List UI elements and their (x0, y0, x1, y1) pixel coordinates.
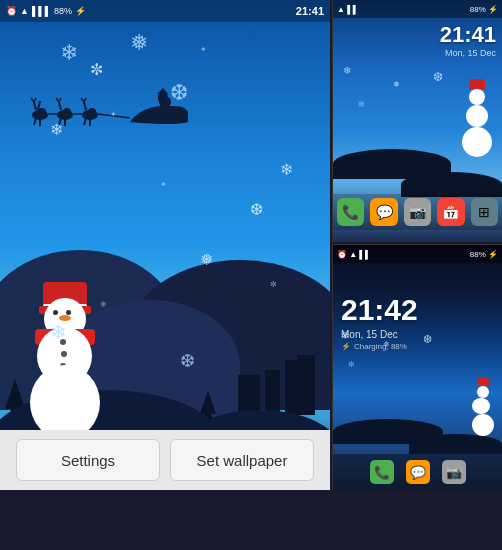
charging-icon: ⚡ (75, 6, 86, 16)
settings-button[interactable]: Settings (16, 439, 160, 481)
snowflake-8: ❄ (280, 160, 293, 179)
preview-home-time: 21:41 (333, 18, 502, 48)
svg-line-9 (59, 102, 61, 110)
main-preview: ⏰ ▲ ▌▌▌ 88% ⚡ 21:41 (0, 0, 330, 490)
svg-line-12 (59, 118, 61, 125)
snowman-body-bottom (30, 365, 100, 440)
phone-preview-lock: ⏰ ▲ ▌▌ 88% ⚡ 21:42 Mon, 15 Dec ⚡ Chargin… (332, 244, 502, 490)
mini-head (469, 89, 485, 105)
lock-snowflake-1: ❄ (341, 330, 349, 341)
battery-text: 88% (54, 6, 72, 16)
building-2 (265, 370, 280, 415)
svg-line-5 (34, 118, 36, 125)
lock-snowflake-4: ✼ (348, 360, 355, 369)
preview-status-battery-2: 88% ⚡ (470, 250, 498, 259)
building-3 (297, 355, 315, 415)
lock-mini-snowman (472, 378, 494, 436)
svg-point-21 (88, 108, 96, 116)
snowflake-11: ✦ (160, 180, 167, 189)
snowman-nose (59, 315, 71, 321)
lock-snowflake-3: ❆ (423, 333, 432, 346)
button-bar: Settings Set wallpaper (0, 430, 330, 490)
snowflake-9: ✦ (200, 45, 207, 54)
svg-line-11 (59, 98, 61, 102)
snowman-eye-left (53, 310, 58, 315)
signal-icon: ▌▌▌ (32, 6, 51, 16)
app-container: ⏰ ▲ ▌▌▌ 88% ⚡ 21:41 (0, 0, 502, 550)
right-panel: ▲ ▌▌ 88% ⚡ 21:41 Mon, 15 Dec ❄ ❅ ❆ ✼ (332, 0, 502, 490)
snowflake-1: ❄ (60, 40, 78, 66)
lock-snow-scene: ❄ ❅ ❆ ✼ (333, 325, 502, 454)
preview-snowflake-1: ❄ (343, 65, 351, 76)
snowflake-4: ✼ (90, 60, 103, 79)
mini-body-b (462, 127, 492, 157)
preview-snowflake-4: ✼ (358, 100, 365, 109)
svg-line-16 (84, 102, 86, 110)
dock-messages: 💬 (406, 460, 430, 484)
svg-point-14 (63, 108, 71, 116)
dock-phone: 📞 (370, 460, 394, 484)
svg-line-2 (38, 101, 40, 110)
app-icon-calendar: 📅 (437, 198, 464, 226)
santa-sleigh-area (20, 80, 200, 139)
preview-snowflake-3: ❆ (433, 70, 443, 84)
snowman-button-1 (60, 339, 66, 345)
santa-sleigh-svg (20, 80, 200, 135)
app-icon-phone: 📞 (337, 198, 364, 226)
status-icons-left: ⏰ ▲ ▌▌▌ 88% ⚡ (6, 6, 86, 16)
app-icon-messages: 💬 (370, 198, 397, 226)
status-time: 21:41 (296, 5, 324, 17)
dock-camera: 📷 (442, 460, 466, 484)
preview-status-2: ⏰ ▲ ▌▌ 88% ⚡ (333, 245, 502, 263)
svg-line-18 (84, 98, 86, 102)
phone-preview-home: ▲ ▌▌ 88% ⚡ 21:41 Mon, 15 Dec ❄ ❅ ❆ ✼ (332, 0, 502, 242)
snow-scene: ❄ ❆ ❅ ✼ ❄ ❆ ❅ ❄ ✦ ✦ ✦ ❄ ✼ ❆ ❄ (0, 0, 330, 490)
snowflake-3: ❅ (130, 30, 148, 56)
lock-screen-time: 21:42 (333, 263, 502, 327)
preview-home-date: Mon, 15 Dec (333, 48, 502, 58)
snowman-button-2 (61, 351, 67, 357)
mini-snowman (462, 79, 492, 157)
snowman (30, 365, 100, 440)
snowflake-6: ❆ (250, 200, 263, 219)
preview-status-1: ▲ ▌▌ 88% ⚡ (333, 0, 502, 18)
app-icon-camera: 📷 (404, 198, 431, 226)
svg-rect-26 (158, 94, 168, 102)
mini-body-m (466, 105, 488, 127)
bottom-dock: 📞 💬 📷 (333, 454, 502, 490)
preview-snow-scene: ❄ ❅ ❆ ✼ (333, 60, 502, 197)
svg-line-4 (34, 98, 36, 102)
alarm-icon: ⏰ (6, 6, 17, 16)
preview-status-battery: 88% ⚡ (470, 5, 498, 14)
set-wallpaper-button[interactable]: Set wallpaper (170, 439, 314, 481)
svg-line-1 (34, 102, 36, 110)
preview-snowflake-2: ❅ (393, 80, 400, 89)
lock-snowflake-2: ❅ (383, 340, 390, 349)
status-bar: ⏰ ▲ ▌▌▌ 88% ⚡ 21:41 (0, 0, 330, 22)
svg-line-24 (98, 114, 130, 118)
wifi-icon: ▲ (20, 6, 29, 16)
app-icon-apps: ⊞ (471, 198, 498, 226)
preview-status-icons-2: ⏰ ▲ ▌▌ (337, 250, 371, 259)
preview-status-icons: ▲ ▌▌ (337, 5, 358, 14)
mini-hat (469, 79, 485, 89)
svg-line-19 (84, 118, 86, 125)
app-icons-row: 📞 💬 📷 📅 ⊞ (333, 194, 502, 230)
svg-point-7 (38, 108, 46, 116)
